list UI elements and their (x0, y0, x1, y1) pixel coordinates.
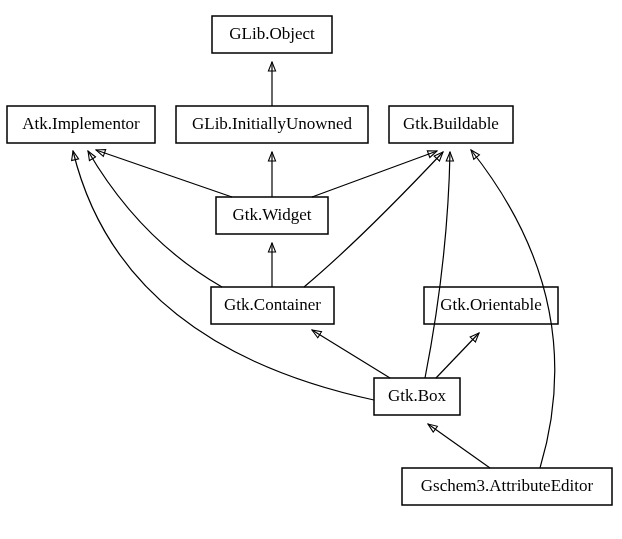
edge-gtk_box-to-atk_implementor (73, 151, 374, 400)
node-gtk_widget: Gtk.Widget (216, 197, 328, 234)
node-label-atk_implementor: Atk.Implementor (22, 114, 140, 133)
node-label-gtk_buildable: Gtk.Buildable (403, 114, 499, 133)
node-gtk_buildable: Gtk.Buildable (389, 106, 513, 143)
edge-gtk_container-to-gtk_buildable (304, 152, 443, 287)
edge-gtk_widget-to-atk_implementor (96, 150, 232, 197)
node-label-gtk_widget: Gtk.Widget (232, 205, 311, 224)
edge-gtk_box-to-gtk_container (312, 330, 390, 378)
node-gtk_orientable: Gtk.Orientable (424, 287, 558, 324)
node-gtk_box: Gtk.Box (374, 378, 460, 415)
node-gtk_container: Gtk.Container (211, 287, 334, 324)
node-gschem3_attreditor: Gschem3.AttributeEditor (402, 468, 612, 505)
edge-gschem3_attreditor-to-gtk_box (428, 424, 490, 468)
node-atk_implementor: Atk.Implementor (7, 106, 155, 143)
node-label-gschem3_attreditor: Gschem3.AttributeEditor (421, 476, 594, 495)
edge-gtk_widget-to-gtk_buildable (312, 151, 437, 197)
edge-gtk_box-to-gtk_orientable (436, 333, 479, 378)
node-glib_initunowned: GLib.InitiallyUnowned (176, 106, 368, 143)
node-label-glib_initunowned: GLib.InitiallyUnowned (192, 114, 353, 133)
edge-gtk_box-to-gtk_buildable (425, 152, 450, 378)
node-label-gtk_container: Gtk.Container (224, 295, 321, 314)
edge-gtk_container-to-atk_implementor (88, 151, 222, 287)
node-label-gtk_box: Gtk.Box (388, 386, 447, 405)
node-label-glib_object: GLib.Object (229, 24, 315, 43)
node-glib_object: GLib.Object (212, 16, 332, 53)
node-label-gtk_orientable: Gtk.Orientable (440, 295, 542, 314)
